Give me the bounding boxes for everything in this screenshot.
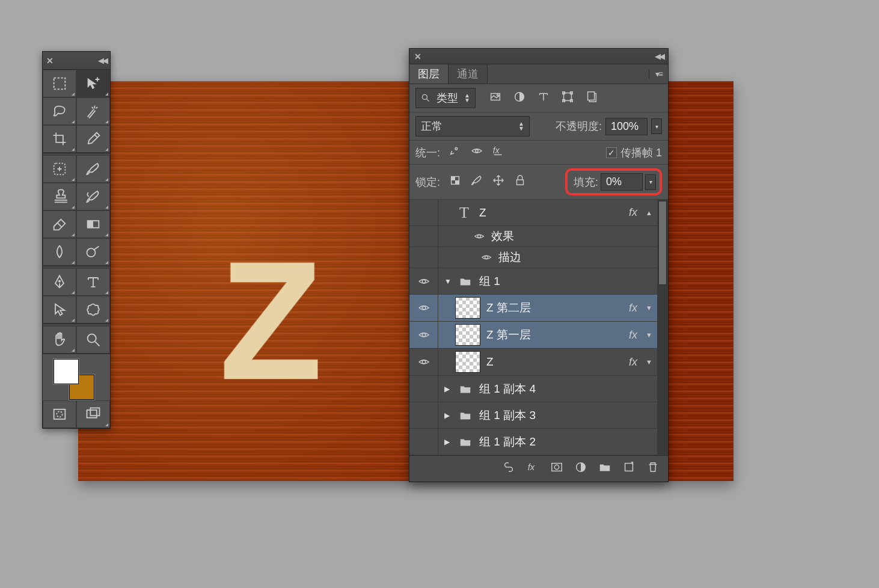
collapse-icon[interactable]: ◀◀ [655,52,663,61]
hand-tool[interactable] [43,326,76,354]
layer-z[interactable]: Z fx ▼ [409,349,668,376]
eye-icon[interactable] [480,251,492,263]
marquee-tool[interactable] [43,70,76,97]
scrollbar[interactable] [657,200,668,455]
disclosure-icon[interactable]: ▶ [444,385,452,393]
opacity-dropdown-button[interactable]: ▾ [651,118,662,134]
layer-stroke[interactable]: 描边 [409,247,668,268]
visibility-toggle[interactable] [409,402,438,428]
gradient-tool[interactable] [76,210,110,238]
visibility-toggle[interactable] [409,349,438,375]
link-layers-icon[interactable] [502,461,515,477]
eyedropper-tool[interactable] [76,125,110,153]
brush-tool[interactable] [76,155,110,183]
visibility-toggle[interactable] [409,295,438,321]
layer-z-second[interactable]: Z 第二层 fx ▼ [409,295,668,322]
adjustment-layer-icon[interactable] [574,461,587,477]
filter-pixel-icon[interactable] [489,90,502,106]
screenmode-tool[interactable] [76,400,110,428]
visibility-toggle[interactable] [409,322,438,348]
layer-mask-icon[interactable] [550,461,563,477]
wand-tool[interactable] [76,97,110,125]
fill-value[interactable]: 0% [601,173,643,191]
tab-layers[interactable]: 图层 [409,64,449,84]
blur-tool[interactable] [43,238,76,266]
panel-menu-icon[interactable]: ▾≡ [649,69,668,79]
unify-position-icon[interactable] [449,144,462,161]
new-group-icon[interactable] [598,461,611,477]
new-layer-icon[interactable] [622,461,636,477]
unify-visibility-icon[interactable] [470,144,483,161]
shape-tool[interactable] [76,296,110,323]
visibility-toggle[interactable] [409,200,438,225]
unify-row: 统一: fx ✓ 传播帧 1 [409,141,668,165]
layer-group-1[interactable]: ▼ 组 1 [409,268,668,295]
color-swatches[interactable] [43,354,110,400]
layer-group-copy4[interactable]: ▶ 组 1 副本 4 [409,376,668,402]
stamp-tool[interactable] [43,183,76,210]
fx-expand-icon[interactable]: ▼ [646,304,652,311]
fx-expand-icon[interactable]: ▼ [646,331,652,338]
blend-mode-dropdown[interactable]: 正常 ▲▼ [415,116,530,136]
layer-thumbnail[interactable] [455,297,480,319]
crop-tool[interactable] [43,125,76,153]
fx-expand-icon[interactable]: ▼ [646,358,652,366]
eraser-tool[interactable] [43,210,76,238]
layer-thumbnail[interactable] [455,324,480,346]
lasso-tool[interactable] [43,97,76,125]
toolbox-header[interactable]: ✕ ◀◀ [43,52,110,70]
pen-tool[interactable] [43,268,76,296]
collapse-icon[interactable]: ◀◀ [98,56,106,65]
lock-paint-icon[interactable] [470,174,483,190]
healing-tool[interactable] [43,155,76,183]
lock-position-icon[interactable] [492,174,505,190]
filter-text-icon[interactable] [537,90,550,106]
layer-text-z[interactable]: T Z fx ▲ [409,200,668,226]
dodge-tool[interactable] [76,238,110,266]
visibility-toggle[interactable] [409,226,438,247]
layer-group-copy3[interactable]: ▶ 组 1 副本 3 [409,402,668,429]
move-tool[interactable] [76,70,110,97]
visibility-toggle[interactable] [409,247,438,268]
visibility-toggle[interactable] [409,268,438,294]
close-icon[interactable]: ✕ [46,56,54,66]
visibility-toggle[interactable] [409,429,438,455]
fx-badge[interactable]: fx [629,302,637,314]
zoom-tool[interactable] [76,326,110,354]
layer-thumbnail[interactable] [455,351,480,373]
text-tool[interactable] [76,268,110,296]
layer-z-first[interactable]: Z 第一层 fx ▼ [409,322,668,349]
fx-badge[interactable]: fx [629,206,637,219]
tab-channels[interactable]: 通道 [449,64,488,84]
layer-style-icon[interactable]: fx [526,461,539,477]
foreground-color[interactable] [54,359,79,384]
propagate-checkbox[interactable]: ✓ [606,147,617,158]
layer-name: Z 第二层 [486,300,623,316]
unify-style-icon[interactable]: fx [492,144,505,161]
disclosure-icon[interactable]: ▶ [444,438,452,446]
opacity-value[interactable]: 100% [605,118,648,135]
visibility-toggle[interactable] [409,376,438,402]
disclosure-icon[interactable]: ▼ [444,277,452,286]
fx-badge[interactable]: fx [629,356,637,369]
history-brush-tool[interactable] [76,183,110,210]
filter-shape-icon[interactable] [561,90,574,106]
fx-expand-icon[interactable]: ▲ [646,209,652,216]
delete-layer-icon[interactable] [646,461,660,477]
disclosure-icon[interactable]: ▶ [444,411,452,420]
fill-dropdown-button[interactable]: ▾ [645,174,656,190]
filter-type-dropdown[interactable]: 类型 ▲▼ [415,88,476,108]
layers-panel-header[interactable]: ✕ ◀◀ [409,49,668,64]
fx-badge[interactable]: fx [629,329,637,341]
quickmask-tool[interactable] [43,400,76,428]
layer-group-copy2[interactable]: ▶ 组 1 副本 2 [409,429,668,455]
scrollbar-thumb[interactable] [658,201,667,285]
path-select-tool[interactable] [43,296,76,323]
filter-smart-icon[interactable] [585,90,598,106]
filter-adjust-icon[interactable] [513,90,526,106]
eye-icon[interactable] [473,230,485,242]
close-icon[interactable]: ✕ [414,52,421,61]
layer-effects[interactable]: 效果 [409,226,668,247]
lock-all-icon[interactable] [513,174,527,190]
lock-transparency-icon[interactable] [449,174,462,190]
